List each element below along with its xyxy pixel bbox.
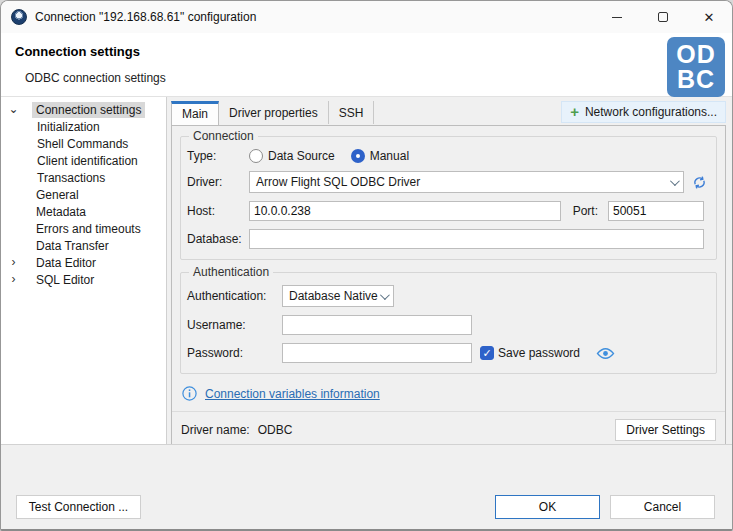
tree-item-label: Data Transfer (36, 239, 109, 253)
password-row: Password: Save password (187, 343, 708, 363)
odbc-logo-line1: OD (676, 42, 716, 67)
tree-item-connection-settings[interactable]: ⌄ Connection settings (1, 101, 166, 118)
username-input[interactable] (282, 315, 472, 335)
tab-ssh[interactable]: SSH (329, 101, 375, 124)
manual-label[interactable]: Manual (370, 149, 409, 163)
authentication-group-legend: Authentication (189, 265, 273, 279)
window-controls: ✕ (594, 1, 732, 33)
driver-name-bar: Driver name: ODBC Driver Settings (172, 411, 725, 448)
authentication-row: Authentication: Database Native (187, 285, 708, 307)
chevron-right-icon[interactable]: › (7, 273, 20, 286)
driver-select-value: Arrow Flight SQL ODBC Driver (256, 175, 420, 189)
tree-item-client-identification[interactable]: Client identification (1, 152, 166, 169)
info-icon (182, 386, 197, 401)
driver-row: Driver: Arrow Flight SQL ODBC Driver (187, 171, 708, 193)
tree-item-label: Errors and timeouts (36, 222, 141, 236)
tree-item-transactions[interactable]: Transactions (1, 169, 166, 186)
driver-settings-button[interactable]: Driver Settings (615, 419, 716, 441)
chevron-down-icon[interactable]: ⌄ (7, 103, 20, 116)
dialog-footer: Test Connection ... OK Cancel (1, 444, 732, 530)
test-connection-button[interactable]: Test Connection ... (16, 495, 141, 519)
host-label: Host: (187, 204, 249, 218)
tree-item-label: Transactions (37, 171, 105, 185)
database-input[interactable] (249, 229, 704, 249)
save-password-label[interactable]: Save password (498, 346, 580, 360)
dbeaver-app-icon (11, 9, 27, 25)
connection-variables-link[interactable]: Connection variables information (205, 387, 380, 401)
radio-manual[interactable] (351, 149, 365, 163)
plus-icon: + (570, 106, 579, 118)
eye-icon (596, 347, 615, 360)
network-configurations-label: Network configurations... (585, 105, 717, 119)
tab-driver-properties[interactable]: Driver properties (219, 101, 329, 124)
save-password-checkbox[interactable] (480, 346, 494, 360)
network-configurations-button[interactable]: + Network configurations... (561, 101, 726, 123)
titlebar: Connection "192.168.68.61" configuration… (1, 1, 732, 33)
port-label: Port: (573, 204, 598, 218)
cancel-button[interactable]: Cancel (610, 495, 715, 519)
driver-name-value: ODBC (258, 423, 293, 437)
tree-item-data-transfer[interactable]: Data Transfer (1, 237, 166, 254)
database-label: Database: (187, 232, 249, 246)
maximize-icon (658, 12, 668, 22)
connection-configuration-dialog: Connection "192.168.68.61" configuration… (0, 0, 733, 531)
authentication-label: Authentication: (187, 289, 282, 303)
tree-item-shell-commands[interactable]: Shell Commands (1, 135, 166, 152)
close-button[interactable]: ✕ (686, 1, 732, 33)
tree-item-errors-and-timeouts[interactable]: Errors and timeouts (1, 220, 166, 237)
password-label: Password: (187, 346, 282, 360)
refresh-drivers-button[interactable] (691, 174, 708, 191)
driver-name-label: Driver name: (181, 423, 250, 437)
username-row: Username: (187, 315, 708, 335)
window-title: Connection "192.168.68.61" configuration (35, 10, 256, 24)
password-input[interactable] (282, 343, 472, 363)
connection-group-legend: Connection (189, 129, 258, 143)
port-input[interactable] (608, 201, 704, 221)
maximize-button[interactable] (640, 1, 686, 33)
tabbar: Main Driver properties SSH + Network con… (171, 101, 726, 125)
type-row: Type: Data Source Manual (187, 149, 708, 163)
tree-item-metadata[interactable]: Metadata (1, 203, 166, 220)
tree-item-label: Data Editor (36, 256, 96, 270)
chevron-right-icon[interactable]: › (7, 256, 20, 269)
tree-item-label: General (36, 188, 79, 202)
tree-item-sql-editor[interactable]: › SQL Editor (1, 271, 166, 288)
minimize-icon (612, 17, 622, 18)
tree-item-label: Shell Commands (37, 137, 128, 151)
dialog-body: ⌄ Connection settings Initialization She… (1, 97, 732, 444)
settings-tree: ⌄ Connection settings Initialization She… (1, 97, 167, 444)
show-password-button[interactable] (596, 347, 615, 360)
driver-label: Driver: (187, 175, 249, 189)
tree-item-data-editor[interactable]: › Data Editor (1, 254, 166, 271)
radio-data-source[interactable] (249, 149, 263, 163)
type-label: Type: (187, 149, 249, 163)
refresh-icon (691, 174, 708, 191)
authentication-select-value: Database Native (289, 289, 378, 303)
page-subtitle: ODBC connection settings (25, 71, 732, 85)
tree-item-label: Client identification (37, 154, 138, 168)
ok-button[interactable]: OK (495, 495, 600, 519)
authentication-select[interactable]: Database Native (282, 285, 394, 307)
page-title: Connection settings (15, 44, 732, 59)
dialog-header: Connection settings ODBC connection sett… (1, 33, 732, 97)
host-input[interactable] (249, 201, 561, 221)
chevron-down-icon (380, 290, 390, 300)
main-tab-panel: Connection Type: Data Source Manual Driv… (171, 125, 726, 449)
tree-item-label: SQL Editor (36, 273, 94, 287)
tab-main[interactable]: Main (171, 101, 219, 125)
data-source-label[interactable]: Data Source (268, 149, 335, 163)
chevron-down-icon (670, 176, 680, 186)
authentication-group: Authentication Authentication: Database … (180, 272, 717, 374)
tree-item-initialization[interactable]: Initialization (1, 118, 166, 135)
tree-item-label: Initialization (37, 120, 100, 134)
database-row: Database: (187, 229, 708, 249)
settings-content: Main Driver properties SSH + Network con… (167, 97, 732, 444)
minimize-button[interactable] (594, 1, 640, 33)
odbc-logo: OD BC (667, 37, 725, 97)
odbc-logo-line2: BC (677, 67, 715, 92)
username-label: Username: (187, 318, 282, 332)
driver-select[interactable]: Arrow Flight SQL ODBC Driver (249, 171, 684, 193)
connection-variables-row: Connection variables information (182, 386, 717, 401)
tree-item-general[interactable]: General (1, 186, 166, 203)
connection-group: Connection Type: Data Source Manual Driv… (180, 136, 717, 260)
